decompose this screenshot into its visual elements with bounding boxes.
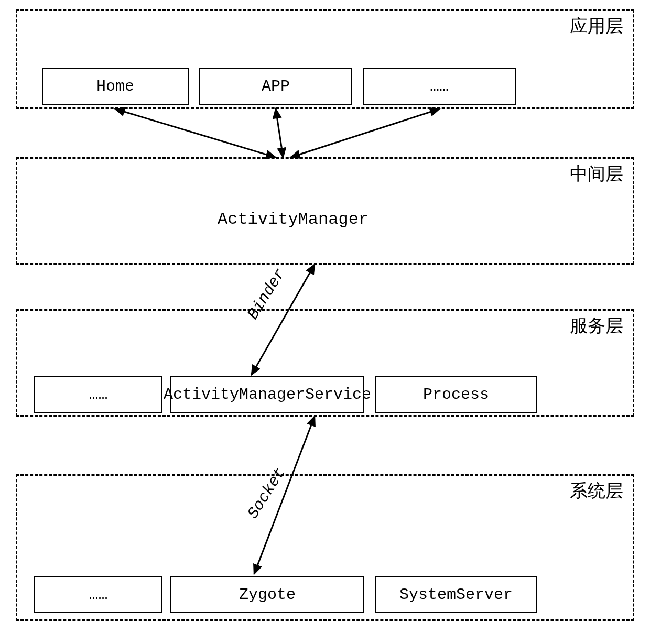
layer-service-label: 服务层 [570, 314, 623, 338]
box-app-text: APP [262, 78, 290, 95]
layer-system-label: 系统层 [570, 479, 623, 503]
box-process-text: Process [423, 386, 489, 403]
box-process: Process [375, 376, 537, 413]
box-app-more-text: …… [430, 78, 449, 95]
layer-middle-label: 中间层 [570, 162, 623, 186]
box-systemserver-text: SystemServer [399, 586, 513, 604]
box-zygote-text: Zygote [239, 586, 296, 604]
box-service-more-text: …… [89, 386, 107, 403]
box-ams-text: ActivityManagerService [164, 386, 371, 403]
box-home: Home [42, 68, 189, 105]
box-systemserver: SystemServer [375, 576, 537, 613]
box-system-more: …… [34, 576, 162, 613]
svg-line-4 [291, 109, 439, 157]
activity-manager-text: ActivityManager [218, 210, 369, 229]
box-app-more: …… [363, 68, 516, 105]
box-service-more: …… [34, 376, 162, 413]
box-zygote: Zygote [170, 576, 364, 613]
box-app: APP [199, 68, 352, 105]
box-ams: ActivityManagerService [170, 376, 364, 413]
layer-app-label: 应用层 [570, 14, 623, 38]
box-system-more-text: …… [89, 586, 107, 604]
diagram-canvas: 应用层 Home APP …… 中间层 ActivityManager 服务层 … [0, 0, 650, 644]
svg-line-3 [276, 109, 283, 157]
svg-line-2 [115, 109, 275, 157]
box-home-text: Home [96, 78, 134, 95]
